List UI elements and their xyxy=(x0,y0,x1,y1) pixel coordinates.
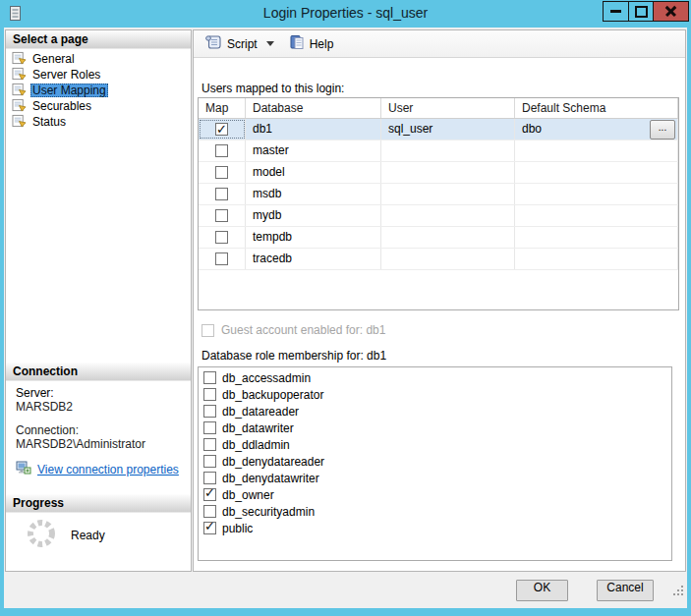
role-checkbox[interactable] xyxy=(203,371,216,384)
role-label: db_denydatawriter xyxy=(222,472,319,485)
table-row-db1[interactable]: db1 sql_user dbo... xyxy=(199,119,678,140)
progress-header: Progress xyxy=(6,494,191,513)
connection-value: MARSDB2\Administrator xyxy=(16,437,145,451)
role-label: db_datawriter xyxy=(222,421,294,435)
script-button[interactable]: Script xyxy=(201,32,282,55)
map-checkbox[interactable] xyxy=(215,231,228,244)
progress-status: Ready xyxy=(26,518,105,552)
map-checkbox[interactable] xyxy=(215,252,228,265)
cancel-button[interactable]: Cancel xyxy=(597,580,654,601)
table-row-tracedb[interactable]: tracedb xyxy=(199,249,678,270)
role-checkbox[interactable] xyxy=(203,472,216,484)
role-checkbox[interactable] xyxy=(203,421,216,434)
guest-account-checkbox[interactable] xyxy=(202,324,214,337)
minimize-icon xyxy=(610,10,621,13)
spinner-icon xyxy=(26,518,57,552)
default-schema-cell[interactable]: dbo... xyxy=(515,119,678,140)
maximize-button[interactable] xyxy=(628,1,654,22)
map-checkbox[interactable] xyxy=(215,209,228,222)
column-header-user[interactable]: User xyxy=(381,98,515,118)
close-icon xyxy=(664,5,677,18)
table-row-model[interactable]: model xyxy=(199,162,678,184)
role-item-db-accessadmin[interactable]: db_accessadmin xyxy=(202,369,671,386)
role-checkbox[interactable] xyxy=(203,438,216,451)
progress-status-label: Ready xyxy=(71,529,105,542)
sidebar-item-securables[interactable]: Securables xyxy=(6,98,191,114)
user-cell[interactable]: sql_user xyxy=(381,119,515,140)
resize-grip-icon[interactable] xyxy=(673,586,684,599)
role-item-db-datareader[interactable]: db_datareader xyxy=(202,403,671,420)
column-header-database[interactable]: Database xyxy=(246,98,381,118)
role-item-db-denydatareader[interactable]: db_denydatareader xyxy=(202,453,671,470)
map-cell xyxy=(199,227,246,248)
database-cell[interactable]: msdb xyxy=(246,184,381,204)
database-cell[interactable]: tracedb xyxy=(246,249,381,269)
role-checkbox[interactable] xyxy=(203,505,216,518)
sidebar-item-user-mapping[interactable]: User Mapping xyxy=(6,83,191,98)
role-item-db-denydatawriter[interactable]: db_denydatawriter xyxy=(202,470,671,486)
column-header-map[interactable]: Map xyxy=(199,98,246,118)
role-item-db-ddladmin[interactable]: db_ddladmin xyxy=(202,436,671,453)
role-item-db-datawriter[interactable]: db_datawriter xyxy=(202,420,671,436)
table-row-mydb[interactable]: mydb xyxy=(199,205,678,227)
table-row-tempdb[interactable]: tempdb xyxy=(199,227,678,249)
page-icon xyxy=(12,83,27,99)
minimize-button[interactable] xyxy=(603,1,629,22)
computer-icon xyxy=(16,461,31,478)
map-checkbox[interactable] xyxy=(215,123,228,136)
map-cell xyxy=(199,184,246,204)
role-membership-list[interactable]: db_accessadmin db_backupoperator db_data… xyxy=(198,366,672,561)
view-connection-properties-link[interactable]: View connection properties xyxy=(16,461,179,478)
default-schema-cell[interactable] xyxy=(515,140,678,161)
users-mapped-label: Users mapped to this login: xyxy=(202,82,344,95)
table-row-msdb[interactable]: msdb xyxy=(199,184,678,205)
role-item-public[interactable]: public xyxy=(202,520,671,536)
help-button-label: Help xyxy=(310,37,334,51)
user-cell[interactable] xyxy=(381,249,515,269)
default-schema-cell[interactable] xyxy=(515,184,678,204)
browse-schema-button[interactable]: ... xyxy=(650,120,675,140)
user-cell[interactable] xyxy=(381,140,515,161)
default-schema-cell[interactable] xyxy=(515,227,678,248)
server-label: Server: xyxy=(16,386,145,400)
page-icon xyxy=(12,98,27,115)
database-cell[interactable]: model xyxy=(246,162,381,183)
role-item-db-securityadmin[interactable]: db_securityadmin xyxy=(202,503,671,520)
column-header-default-schema[interactable]: Default Schema xyxy=(515,98,678,118)
table-row-master[interactable]: master xyxy=(199,140,678,162)
database-cell[interactable]: db1 xyxy=(246,119,381,140)
map-checkbox[interactable] xyxy=(215,166,228,179)
page-icon xyxy=(12,114,27,131)
user-cell[interactable] xyxy=(381,184,515,204)
connection-header: Connection xyxy=(6,363,191,381)
role-label: db_owner xyxy=(222,488,274,502)
page-icon xyxy=(12,67,27,84)
user-cell[interactable] xyxy=(381,162,515,183)
help-button[interactable]: Help xyxy=(285,32,338,55)
database-cell[interactable]: tempdb xyxy=(246,227,381,248)
default-schema-cell[interactable] xyxy=(515,205,678,226)
role-item-db-owner[interactable]: db_owner xyxy=(202,486,671,503)
sidebar-item-server-roles[interactable]: Server Roles xyxy=(6,67,191,83)
map-checkbox[interactable] xyxy=(215,144,228,157)
ok-button[interactable]: OK xyxy=(516,580,568,601)
user-cell[interactable] xyxy=(381,227,515,248)
titlebar[interactable]: Login Properties - sql_user xyxy=(0,0,691,28)
default-schema-cell[interactable] xyxy=(515,249,678,269)
role-checkbox[interactable] xyxy=(203,455,216,468)
database-cell[interactable]: mydb xyxy=(246,205,381,226)
map-checkbox[interactable] xyxy=(215,188,228,200)
role-checkbox[interactable] xyxy=(203,488,216,501)
role-checkbox[interactable] xyxy=(203,522,216,534)
user-cell[interactable] xyxy=(381,205,515,226)
user-mapping-table: Map Database User Default Schema db1 sql… xyxy=(198,97,679,310)
database-cell[interactable]: master xyxy=(246,140,381,161)
sidebar-item-general[interactable]: General xyxy=(6,51,191,67)
role-checkbox[interactable] xyxy=(203,388,216,401)
role-item-db-backupoperator[interactable]: db_backupoperator xyxy=(202,386,671,403)
default-schema-cell[interactable] xyxy=(515,162,678,183)
role-checkbox[interactable] xyxy=(203,405,216,418)
close-button[interactable] xyxy=(653,1,689,22)
role-label: db_securityadmin xyxy=(222,505,315,519)
sidebar-item-status[interactable]: Status xyxy=(6,114,191,130)
